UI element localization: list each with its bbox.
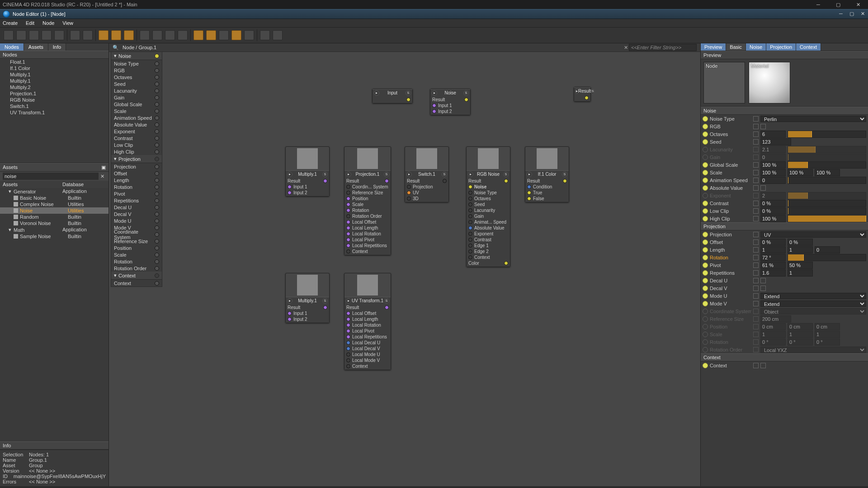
attr-port[interactable]: Repetitions [111, 197, 162, 204]
attr-noise-type[interactable]: Noise TypePerlin [701, 115, 868, 122]
node-list-item[interactable]: Multiply.1 [0, 78, 108, 84]
graph-node-input[interactable]: ▸InputS [372, 89, 413, 103]
node-list-item[interactable]: UV Transform.1 [0, 109, 108, 116]
node-list-item[interactable]: Switch.1 [0, 103, 108, 109]
tool-button[interactable] [231, 30, 241, 40]
attr-mode-u[interactable]: Mode UExtend [701, 292, 868, 300]
play-icon[interactable] [152, 30, 162, 40]
graph-node-noise-out[interactable]: ▸NoiseSResultInput 1Input 2 [430, 89, 471, 115]
attr-port[interactable]: Lacunarity [111, 87, 162, 94]
attr-contrast[interactable]: Contrast [701, 199, 868, 207]
graph-node-if1[interactable]: ▸If.1 ColorSResultConditionTrueFalse [525, 146, 569, 202]
attr-port[interactable]: Global Scale [111, 101, 162, 108]
node-list-item[interactable]: If.1 Color [0, 65, 108, 71]
attr-decal-u[interactable]: Decal U [701, 277, 868, 284]
attr-pivot[interactable]: Pivot [701, 261, 868, 269]
graph-node-mult1[interactable]: ▸Multiply.1SResultInput 1Input 2 [285, 146, 330, 197]
clear-icon[interactable]: ✕ [99, 174, 106, 179]
close-icon[interactable]: ✕ [848, 0, 868, 9]
tool-button[interactable] [260, 30, 270, 40]
attr-gain[interactable]: Gain [701, 153, 868, 161]
attr-port[interactable]: Scale [111, 251, 162, 258]
tool-button[interactable] [29, 30, 39, 40]
tool-button[interactable] [206, 30, 216, 40]
attr-port[interactable]: Length [111, 177, 162, 183]
graph-node-proj1[interactable]: ▸Projection.1SResultCoordin... SystemRef… [344, 146, 391, 255]
node-list-item[interactable]: RGB Noise [0, 97, 108, 103]
tool-button[interactable] [70, 30, 80, 40]
minimize-icon[interactable]: ─ [808, 0, 828, 9]
graph-node-mult2[interactable]: ▸Multiply.1SResultInput 1Input 2 [285, 273, 330, 323]
menu-node[interactable]: Node [42, 20, 54, 26]
graph-node-rgbnoise[interactable]: ▸RGB NoiseSResultNoiseNoise TypeOctavesS… [466, 146, 510, 267]
attr-tab-basic[interactable]: Basic [726, 43, 746, 51]
asset-tree[interactable]: ▾GeneratorApplicationBasic NoiseBuiltinC… [0, 188, 108, 441]
attr-projection[interactable]: ProjectionUV [701, 230, 868, 238]
tool-button[interactable] [42, 30, 52, 40]
filter-input[interactable]: <<Enter Filter String>> [629, 44, 697, 51]
tool-button[interactable] [244, 30, 254, 40]
attr-port[interactable]: Absolute Value [111, 121, 162, 128]
attr-group-header[interactable]: ▾Noise [111, 52, 162, 60]
attr-absolute-value[interactable]: Absolute Value [701, 184, 868, 192]
attr-rgb[interactable]: RGB [701, 122, 868, 130]
graph-node-uvt1[interactable]: ▸UV Transform.1SResultLocal OffsetLocal … [344, 273, 391, 370]
attr-group-header[interactable]: ▾Context [111, 272, 162, 280]
attr-port[interactable]: Gain [111, 94, 162, 101]
tab-assets[interactable]: Assets [24, 43, 48, 51]
sub-close-icon[interactable]: ✕ [857, 9, 868, 18]
attr-exponent[interactable]: Exponent [701, 192, 868, 199]
attr-reference-size[interactable]: Reference Size [701, 315, 868, 323]
attr-port[interactable]: Exponent [111, 128, 162, 135]
clear-icon[interactable]: ✕ [624, 45, 628, 51]
attr-scale[interactable]: Scale [701, 330, 868, 338]
asset-row[interactable]: Voronoi NoiseBuiltin [0, 220, 108, 226]
tool-button[interactable] [165, 30, 175, 40]
node-list-item[interactable]: Multiply.2 [0, 84, 108, 90]
graph-node-result-out[interactable]: ▸ResultS [574, 87, 591, 102]
group-attribute-panel[interactable]: ▾NoiseNoise TypeRGBOctavesSeedLacunarity… [111, 52, 162, 287]
attr-seed[interactable]: Seed [701, 138, 868, 145]
attr-port[interactable]: Decal U [111, 204, 162, 211]
preview-material[interactable]: Material [749, 62, 790, 103]
attr-rotation[interactable]: Rotation [701, 253, 868, 261]
attr-port[interactable]: Decal V [111, 211, 162, 217]
attr-port[interactable]: Seed [111, 80, 162, 87]
menu-edit[interactable]: Edit [26, 20, 34, 26]
sub-maximize-icon[interactable]: ▢ [846, 9, 857, 18]
node-list-item[interactable]: Projection.1 [0, 90, 108, 97]
attr-tab-context[interactable]: Context [796, 43, 821, 51]
attr-port[interactable]: Offset [111, 170, 162, 177]
attr-octaves[interactable]: Octaves [701, 130, 868, 138]
attr-scale[interactable]: Scale [701, 169, 868, 176]
attr-port[interactable]: Projection [111, 163, 162, 170]
attr-port[interactable]: Context [111, 280, 162, 286]
attr-low-clip[interactable]: Low Clip [701, 207, 868, 215]
attr-offset[interactable]: Offset [701, 238, 868, 246]
asset-row[interactable]: Sample NoiseBuiltin [0, 233, 108, 239]
node-list-item[interactable]: Float.1 [0, 59, 108, 65]
tool-button[interactable] [124, 30, 134, 40]
attr-lacunarity[interactable]: Lacunarity [701, 145, 868, 153]
asset-row[interactable]: Complex NoiseUtilities [0, 201, 108, 207]
attr-port[interactable]: Coordinate System [111, 231, 162, 238]
graph-node-switch1[interactable]: ▸Switch.1SResultProjectionUV3D [405, 146, 449, 202]
tab-info[interactable]: Info [48, 43, 66, 51]
asset-row[interactable]: Basic NoiseBuiltin [0, 195, 108, 201]
attr-decal-v[interactable]: Decal V [701, 284, 868, 292]
attr-tab-preview[interactable]: Preview [701, 43, 726, 51]
attr-coordinate-system[interactable]: Coordinate SystemObject [701, 307, 868, 315]
attr-port[interactable]: Reference Size [111, 238, 162, 244]
asset-row[interactable]: NoiseUtilities [0, 207, 108, 214]
attr-port[interactable]: Position [111, 244, 162, 251]
attr-length[interactable]: Length [701, 246, 868, 253]
tool-button[interactable] [54, 30, 64, 40]
breadcrumb[interactable]: Node / Group.1 [123, 45, 156, 50]
tool-button[interactable] [83, 30, 93, 40]
attr-rotation[interactable]: Rotation [701, 338, 868, 346]
graph-search-icon[interactable]: 🔍 [113, 45, 119, 51]
asset-row[interactable]: ▾GeneratorApplication [0, 188, 108, 195]
asset-row[interactable]: RandomBuiltin [0, 214, 108, 220]
attr-port[interactable]: Animation Speed [111, 114, 162, 121]
play-icon[interactable] [140, 30, 150, 40]
